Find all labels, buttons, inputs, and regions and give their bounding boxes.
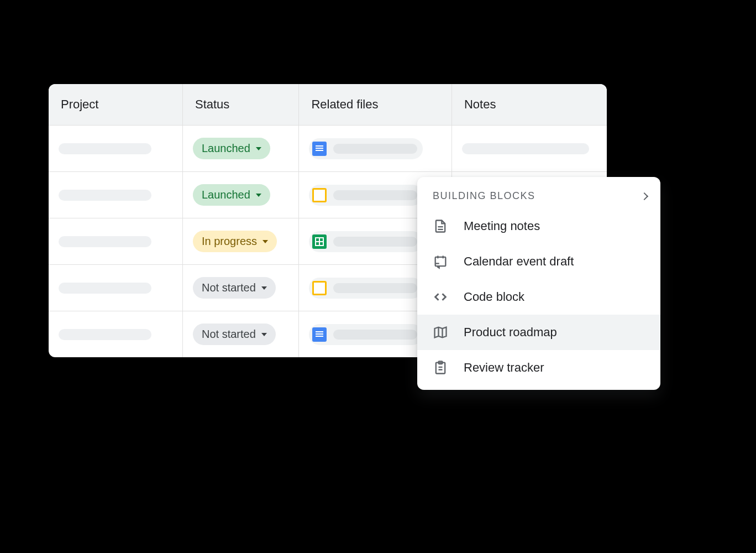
docs-icon (312, 327, 327, 342)
file-chip[interactable] (309, 278, 423, 299)
status-chip[interactable]: In progress (193, 231, 277, 252)
placeholder-text (59, 190, 151, 201)
clipboard-icon (433, 360, 448, 375)
menu-item-review-tracker[interactable]: Review tracker (417, 350, 660, 385)
status-chip[interactable]: Not started (193, 324, 276, 345)
placeholder-text (333, 190, 417, 200)
placeholder-text (59, 283, 151, 294)
slides-icon (312, 281, 327, 295)
column-header-notes: Notes (452, 84, 607, 126)
chevron-right-icon[interactable] (641, 192, 648, 200)
menu-item-label: Code block (464, 290, 524, 304)
svg-rect-0 (435, 257, 446, 266)
map-icon (433, 325, 448, 340)
placeholder-text (59, 329, 151, 340)
status-label: Launched (202, 189, 250, 201)
menu-item-code-block[interactable]: Code block (417, 279, 660, 315)
menu-item-label: Review tracker (464, 361, 544, 375)
column-header-project: Project (49, 84, 182, 126)
file-chip[interactable] (309, 138, 423, 159)
menu-item-label: Product roadmap (464, 325, 557, 340)
chevron-down-icon (262, 240, 268, 243)
file-icon (433, 218, 448, 234)
menu-item-product-roadmap[interactable]: Product roadmap (417, 315, 660, 350)
status-label: Not started (202, 328, 256, 341)
chevron-down-icon (261, 333, 267, 336)
code-icon (433, 289, 448, 305)
status-label: Not started (202, 281, 256, 294)
menu-item-label: Meeting notes (464, 219, 540, 233)
placeholder-text (333, 283, 417, 293)
file-chip[interactable] (309, 231, 423, 252)
column-header-status: Status (182, 84, 298, 126)
menu-heading: BUILDING BLOCKS (433, 190, 536, 202)
sheets-icon (312, 234, 327, 249)
status-label: Launched (202, 142, 250, 155)
table-row: Launched (49, 126, 607, 172)
column-header-related-files: Related files (299, 84, 452, 126)
placeholder-text (333, 144, 417, 154)
chevron-down-icon (261, 286, 267, 290)
calendar-icon (433, 254, 448, 269)
docs-icon (312, 142, 327, 156)
placeholder-text (59, 236, 151, 247)
file-chip[interactable] (309, 185, 423, 206)
status-chip[interactable]: Launched (193, 184, 270, 206)
placeholder-text (462, 143, 589, 154)
status-chip[interactable]: Not started (193, 277, 276, 299)
menu-item-meeting-notes[interactable]: Meeting notes (417, 208, 660, 244)
chevron-down-icon (256, 147, 261, 150)
menu-item-calendar-event-draft[interactable]: Calendar event draft (417, 244, 660, 279)
placeholder-text (59, 143, 151, 154)
placeholder-text (333, 237, 417, 247)
file-chip[interactable] (309, 324, 423, 345)
slides-icon (312, 188, 327, 202)
chevron-down-icon (256, 194, 261, 197)
building-blocks-menu: BUILDING BLOCKS Meeting notesCalendar ev… (417, 177, 660, 390)
placeholder-text (333, 330, 417, 340)
menu-item-label: Calendar event draft (464, 254, 574, 269)
status-chip[interactable]: Launched (193, 138, 270, 159)
menu-header: BUILDING BLOCKS (417, 181, 660, 208)
status-label: In progress (202, 235, 257, 248)
